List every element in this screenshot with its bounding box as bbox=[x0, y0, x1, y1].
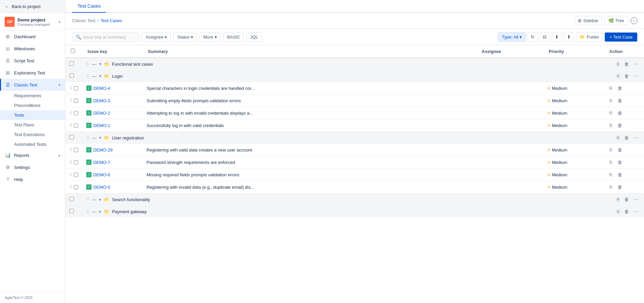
row-copy-button[interactable]: ⎘ bbox=[608, 97, 614, 104]
refresh-button[interactable]: ↻ bbox=[528, 32, 538, 42]
sidebar-toggle-button[interactable]: ⊞ Sidebar bbox=[574, 16, 602, 25]
info-icon[interactable]: i bbox=[631, 17, 637, 24]
group-more-button[interactable]: ⋯ bbox=[632, 61, 640, 67]
row-checkbox[interactable] bbox=[74, 160, 78, 165]
issue-key-link[interactable]: ✓ DEMO-6 bbox=[86, 172, 139, 177]
row-checkbox[interactable] bbox=[74, 99, 78, 103]
row-copy-button[interactable]: ⎘ bbox=[608, 184, 614, 190]
select-all-checkbox[interactable] bbox=[71, 49, 75, 53]
group-drag-handle[interactable]: ⠿ bbox=[86, 135, 89, 140]
status-filter-button[interactable]: Status ▾ bbox=[173, 33, 197, 42]
sidebar-item-classic-test[interactable]: ☰ Classic Test ▾ bbox=[0, 79, 65, 91]
breadcrumb-current[interactable]: Test Cases bbox=[101, 18, 122, 23]
group-collapse-icon[interactable]: ▾ bbox=[99, 74, 101, 78]
row-drag-handle[interactable]: ⠿ bbox=[69, 123, 72, 128]
group-copy-button[interactable]: ⎘ bbox=[615, 61, 621, 67]
group-copy-button[interactable]: ⎘ bbox=[615, 73, 621, 79]
group-delete-button[interactable]: 🗑 bbox=[623, 134, 631, 141]
row-copy-button[interactable]: ⎘ bbox=[608, 159, 614, 166]
group-checkbox[interactable] bbox=[69, 135, 74, 139]
group-delete-button[interactable]: 🗑 bbox=[623, 208, 631, 215]
group-checkbox[interactable] bbox=[69, 61, 74, 66]
issue-key-link[interactable]: ✓ DEMO-5 bbox=[86, 184, 139, 190]
add-test-case-button[interactable]: + Test Case bbox=[605, 33, 637, 42]
row-delete-button[interactable]: 🗑 bbox=[616, 110, 624, 116]
sidebar-sub-tests[interactable]: Tests bbox=[0, 110, 65, 120]
row-checkbox[interactable] bbox=[74, 123, 78, 128]
row-drag-handle[interactable]: ⠿ bbox=[69, 160, 72, 165]
assignee-filter-button[interactable]: Assignee ▾ bbox=[142, 33, 171, 42]
group-collapse-icon[interactable]: ▸ bbox=[99, 197, 101, 202]
row-copy-button[interactable]: ⎘ bbox=[608, 146, 614, 153]
basic-button[interactable]: BASIC bbox=[223, 33, 244, 42]
row-drag-handle[interactable]: ⠿ bbox=[69, 185, 72, 189]
sidebar-sub-test-executions[interactable]: Test Executions bbox=[0, 130, 65, 139]
group-copy-button[interactable]: ⎘ bbox=[615, 196, 621, 203]
row-checkbox[interactable] bbox=[74, 185, 78, 189]
jql-button[interactable]: JQL bbox=[247, 33, 262, 42]
sidebar-item-reports[interactable]: 📊 Reports ▸ bbox=[0, 149, 65, 161]
row-delete-button[interactable]: 🗑 bbox=[616, 122, 624, 129]
row-copy-button[interactable]: ⎘ bbox=[608, 171, 614, 178]
issue-key-link[interactable]: ✓ DEMO-1 bbox=[86, 123, 139, 128]
row-checkbox[interactable] bbox=[74, 173, 78, 177]
sidebar-sub-requirements[interactable]: Requirements bbox=[0, 91, 65, 101]
type-all-button[interactable]: Type: All ▾ bbox=[498, 33, 526, 42]
row-drag-handle[interactable]: ⠿ bbox=[69, 111, 72, 115]
sidebar-item-exploratory-test[interactable]: ⊞ Exploratory Test bbox=[0, 67, 65, 79]
sidebar-item-dashboard[interactable]: ⊞ Dashboard bbox=[0, 31, 65, 43]
search-input[interactable] bbox=[83, 35, 133, 40]
download-button[interactable]: ⬇ bbox=[552, 32, 562, 42]
columns-button[interactable]: ⊟ bbox=[540, 32, 550, 42]
row-drag-handle[interactable]: ⠿ bbox=[69, 147, 72, 152]
row-drag-handle[interactable]: ⠿ bbox=[69, 98, 72, 103]
group-collapse-icon[interactable]: ▸ bbox=[99, 209, 101, 214]
group-checkbox[interactable] bbox=[69, 209, 74, 213]
row-delete-button[interactable]: 🗑 bbox=[616, 146, 624, 153]
issue-key-link[interactable]: ✓ DEMO-4 bbox=[86, 85, 139, 91]
row-delete-button[interactable]: 🗑 bbox=[616, 159, 624, 166]
group-more-button[interactable]: ⋯ bbox=[632, 196, 640, 203]
row-copy-button[interactable]: ⎘ bbox=[608, 122, 614, 129]
folder-button[interactable]: 📁 Folder bbox=[576, 33, 603, 42]
row-checkbox[interactable] bbox=[74, 86, 78, 90]
group-collapse-icon[interactable]: ▾ bbox=[99, 135, 101, 140]
issue-key-link[interactable]: ✓ DEMO-29 bbox=[86, 147, 139, 153]
issue-key-link[interactable]: ✓ DEMO-3 bbox=[86, 98, 139, 103]
project-chevron-icon[interactable]: ▾ bbox=[59, 20, 60, 24]
upload-button[interactable]: ⬆ bbox=[564, 32, 574, 42]
group-delete-button[interactable]: 🗑 bbox=[623, 61, 631, 67]
row-delete-button[interactable]: 🗑 bbox=[616, 97, 624, 104]
group-drag-handle[interactable]: ⠿ bbox=[86, 197, 89, 202]
row-checkbox[interactable] bbox=[74, 111, 78, 115]
row-drag-handle[interactable]: ⠿ bbox=[69, 86, 72, 90]
sidebar-item-script-test[interactable]: ☰ Script Test bbox=[0, 55, 65, 67]
issue-key-link[interactable]: ✓ DEMO-2 bbox=[86, 110, 139, 116]
group-delete-button[interactable]: 🗑 bbox=[623, 196, 631, 203]
tree-toggle-button[interactable]: 🌿 Tree bbox=[605, 16, 628, 25]
row-checkbox[interactable] bbox=[74, 148, 78, 152]
more-filter-button[interactable]: More ▾ bbox=[200, 33, 221, 42]
sidebar-sub-test-plans[interactable]: Test Plans bbox=[0, 120, 65, 130]
sidebar-sub-automated-tests[interactable]: Automated Tests bbox=[0, 139, 65, 149]
row-copy-button[interactable]: ⎘ bbox=[608, 85, 614, 92]
sidebar-sub-preconditions[interactable]: Preconditions bbox=[0, 101, 65, 110]
back-to-project[interactable]: ← Back to project bbox=[0, 0, 65, 13]
row-copy-button[interactable]: ⎘ bbox=[608, 110, 614, 116]
group-delete-button[interactable]: 🗑 bbox=[623, 73, 631, 79]
group-checkbox[interactable] bbox=[69, 73, 74, 78]
row-delete-button[interactable]: 🗑 bbox=[616, 184, 624, 190]
group-drag-handle[interactable]: ⠿ bbox=[86, 74, 89, 78]
tab-test-cases[interactable]: Test Cases bbox=[72, 0, 106, 13]
row-delete-button[interactable]: 🗑 bbox=[616, 171, 624, 178]
row-drag-handle[interactable]: ⠿ bbox=[69, 172, 72, 177]
group-checkbox[interactable] bbox=[69, 197, 74, 201]
group-drag-handle[interactable]: ⠿ bbox=[86, 209, 89, 214]
group-drag-handle[interactable]: ⠿ bbox=[86, 62, 89, 66]
sidebar-item-milestones[interactable]: ◎ Milestones bbox=[0, 43, 65, 55]
row-delete-button[interactable]: 🗑 bbox=[616, 85, 624, 92]
group-more-button[interactable]: ⋯ bbox=[632, 73, 640, 79]
sidebar-item-help[interactable]: ? Help bbox=[0, 173, 65, 185]
issue-key-link[interactable]: ✓ DEMO-7 bbox=[86, 160, 139, 165]
group-more-button[interactable]: ⋯ bbox=[632, 208, 640, 215]
